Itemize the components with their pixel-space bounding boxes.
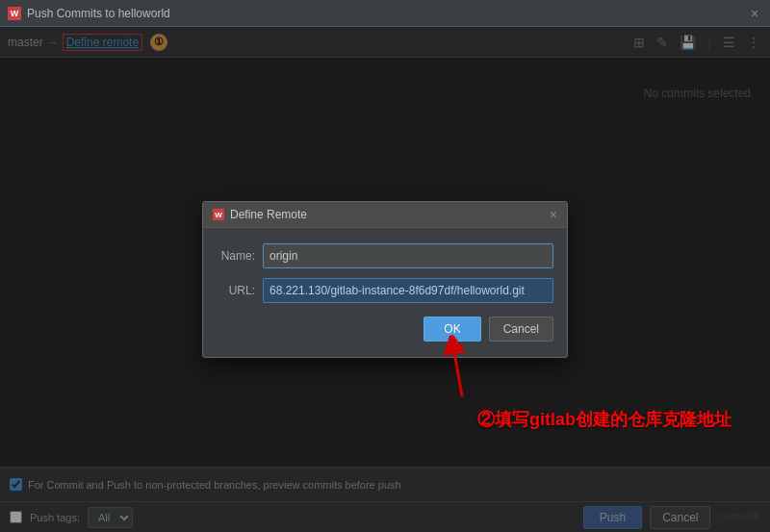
modal-overlay: W Define Remote × Name: URL: OK Cancel [0, 27, 770, 532]
dialog-icon: W [213, 209, 224, 220]
define-remote-dialog: W Define Remote × Name: URL: OK Cancel [202, 201, 568, 358]
url-input[interactable] [263, 278, 553, 303]
app-icon: W [8, 7, 21, 20]
title-bar: W Push Commits to helloworld × [0, 0, 770, 27]
red-arrow-icon [423, 330, 491, 406]
svg-line-1 [452, 342, 462, 396]
dialog-body: Name: URL: OK Cancel [203, 228, 567, 357]
annotation-text: ②填写gitlab创建的仓库克隆地址 [477, 410, 732, 429]
dialog-title-bar: W Define Remote × [203, 202, 567, 228]
name-input[interactable] [263, 243, 553, 268]
name-row: Name: [217, 243, 553, 268]
cancel-button[interactable]: Cancel [489, 317, 553, 342]
url-row: URL: [217, 278, 553, 303]
window-close-button[interactable]: × [747, 6, 762, 21]
window-title: Push Commits to helloworld [27, 7, 170, 20]
dialog-buttons: OK Cancel [217, 317, 553, 342]
dialog-title: Define Remote [230, 208, 307, 221]
url-label: URL: [217, 284, 255, 297]
name-label: Name: [217, 249, 255, 263]
dialog-close-button[interactable]: × [550, 208, 557, 221]
